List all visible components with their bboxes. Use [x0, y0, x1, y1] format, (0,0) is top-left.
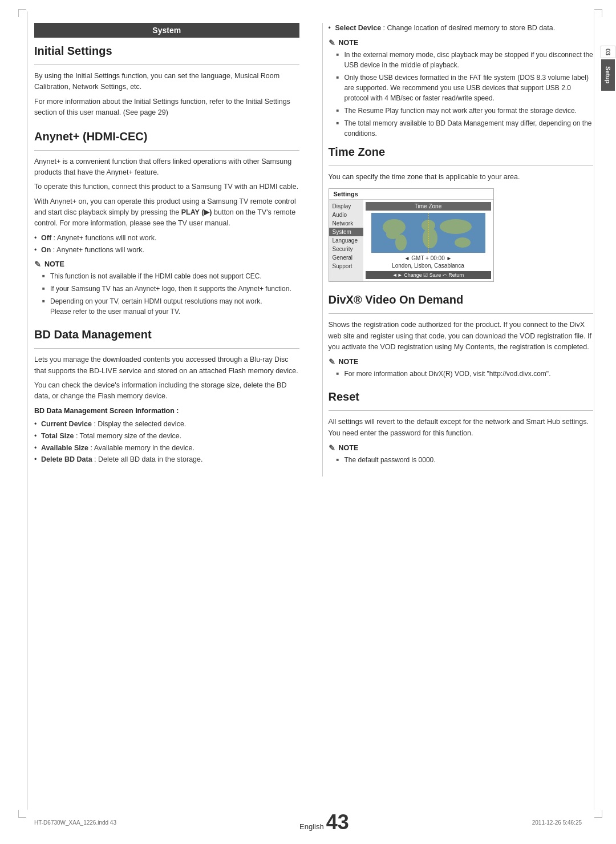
- initial-settings-divider: [34, 64, 299, 65]
- reset-note-label: NOTE: [339, 444, 359, 452]
- anynet-para1: Anynet+ is a convenient function that of…: [34, 156, 299, 179]
- anynet-note-list: This function is not available if the HD…: [34, 271, 299, 317]
- anynet-divider: [34, 150, 299, 151]
- timezone-settings-ui: Settings Display Audio Network System La…: [329, 188, 494, 282]
- side-tab: 03 Setup: [600, 46, 616, 91]
- page-number-area: English 43: [299, 812, 349, 833]
- page-footer: HT-D6730W_XAA_1226.indd 43 English 43 20…: [0, 812, 616, 833]
- bd-note-item-2: Only those USB devices formatted in the …: [337, 72, 594, 103]
- right-col: Select Device : Change location of desir…: [322, 23, 594, 476]
- anynet-note-label: NOTE: [44, 260, 64, 268]
- initial-settings-para1: By using the Initial Settings function, …: [34, 71, 299, 93]
- tz-menu-display: Display: [329, 202, 363, 211]
- page-container: 03 Setup System Initial Settings By usin…: [0, 0, 616, 844]
- bd-data-section: BD Data Management Lets you manage the d…: [34, 328, 299, 465]
- time-zone-title: Time Zone: [329, 146, 594, 161]
- tz-menu-audio: Audio: [329, 211, 363, 219]
- svg-point-7: [455, 237, 471, 248]
- anynet-section: Anynet+ (HDMI-CEC) Anynet+ is a convenie…: [34, 130, 299, 317]
- divx-note-label: NOTE: [339, 358, 359, 366]
- bd-note-item-1: In the external memory mode, disc playba…: [337, 50, 594, 70]
- footer-left: HT-D6730W_XAA_1226.indd 43: [34, 819, 116, 826]
- page-language: English: [299, 822, 324, 831]
- reset-note: ✎ NOTE The default password is 0000.: [329, 443, 594, 465]
- bd-data-para1: Lets you manage the downloaded contents …: [34, 354, 299, 377]
- divx-note-item-1: For more information about DivX(R) VOD, …: [337, 369, 594, 379]
- anynet-bullet-on: On : Anynet+ functions will work.: [34, 245, 299, 256]
- page-number: 43: [326, 812, 349, 833]
- select-device-bullet: Select Device : Change location of desir…: [329, 23, 594, 34]
- anynet-note-item-3: Depending on your TV, certain HDMI outpu…: [42, 296, 299, 317]
- anynet-bullet-off: Off : Anynet+ functions will not work.: [34, 233, 299, 244]
- initial-settings-title: Initial Settings: [34, 45, 299, 60]
- bd-note-label: NOTE: [339, 39, 359, 47]
- tz-body: Display Audio Network System Language Se…: [329, 200, 493, 281]
- bd-note-header: ✎ NOTE: [329, 38, 594, 47]
- margin-line-right: [594, 11, 594, 810]
- anynet-note-item-1: This function is not available if the HD…: [42, 271, 299, 281]
- divx-note-list: For more information about DivX(R) VOD, …: [329, 369, 594, 379]
- anynet-para2: To operate this function, connect this p…: [34, 181, 299, 192]
- divx-divider: [329, 313, 594, 314]
- bd-data-screen-label: BD Data Management Screen Information :: [34, 406, 299, 417]
- time-zone-para: You can specify the time zone that is ap…: [329, 172, 594, 183]
- bd-note: ✎ NOTE In the external memory mode, disc…: [329, 38, 594, 139]
- divx-section: DivX® Video On Demand Shows the registra…: [329, 293, 594, 379]
- tz-menu-system: System: [329, 228, 363, 236]
- divx-title: DivX® Video On Demand: [329, 293, 594, 309]
- bd-note-item-4: The total memory available to BD Data Ma…: [337, 118, 594, 139]
- corner-mark-tl: [18, 9, 26, 17]
- reset-divider: [329, 410, 594, 411]
- bd-note-item-3: The Resume Play function may not work af…: [337, 106, 594, 116]
- divx-para: Shows the registration code authorized f…: [329, 320, 594, 353]
- tz-title-bar: Time Zone: [366, 202, 491, 211]
- time-zone-section: Time Zone You can specify the time zone …: [329, 146, 594, 282]
- select-device-item: Select Device : Change location of desir…: [329, 23, 594, 34]
- bd-data-para2: You can check the device's information i…: [34, 380, 299, 402]
- tz-menu-language: Language: [329, 236, 363, 245]
- content-area: System Initial Settings By using the Ini…: [34, 23, 593, 476]
- anynet-note-header: ✎ NOTE: [34, 260, 299, 269]
- anynet-title: Anynet+ (HDMI-CEC): [34, 130, 299, 146]
- tz-gmt: ◄ GMT + 00:00 ►: [404, 255, 452, 261]
- initial-settings-para2: For more information about the Initial S…: [34, 96, 299, 119]
- side-tab-label: Setup: [601, 59, 615, 91]
- tz-city: London, Lisbon, Casablanca: [392, 263, 464, 269]
- tz-menu-network: Network: [329, 219, 363, 228]
- svg-point-5: [423, 228, 437, 248]
- time-zone-divider: [329, 165, 594, 166]
- note-icon-bd: ✎: [329, 38, 335, 47]
- reset-section: Reset All settings will revert to the de…: [329, 390, 594, 465]
- bd-data-bullets: Current Device : Display the selected de…: [34, 419, 299, 465]
- section-header-bar: System: [34, 23, 299, 38]
- reset-para: All settings will revert to the default …: [329, 417, 594, 439]
- bd-data-title: BD Data Management: [34, 328, 299, 344]
- note-icon-reset: ✎: [329, 443, 335, 453]
- tz-menu-security: Security: [329, 245, 363, 253]
- bd-bullet-current: Current Device : Display the selected de…: [34, 419, 299, 430]
- divx-note: ✎ NOTE For more information about DivX(R…: [329, 357, 594, 379]
- footer-right: 2011-12-26 5:46:25: [532, 819, 582, 826]
- reset-title: Reset: [329, 390, 594, 406]
- initial-settings-section: Initial Settings By using the Initial Se…: [34, 45, 299, 119]
- bd-data-divider: [34, 348, 299, 349]
- left-col: System Initial Settings By using the Ini…: [34, 23, 305, 476]
- tz-footer: ◄► Change ☑ Save ⤺ Return: [366, 271, 491, 279]
- anynet-bullets: Off : Anynet+ functions will not work. O…: [34, 233, 299, 256]
- tz-map: [371, 213, 485, 253]
- tz-menu-general: General: [329, 253, 363, 262]
- bd-bullet-total: Total Size : Total memory size of the de…: [34, 431, 299, 442]
- corner-mark-tr: [594, 9, 602, 17]
- tz-header: Settings: [329, 189, 493, 200]
- svg-point-3: [395, 235, 407, 251]
- note-icon-divx: ✎: [329, 357, 335, 366]
- margin-line-left: [27, 11, 28, 810]
- tz-menu-support: Support: [329, 262, 363, 270]
- world-map-svg: [371, 213, 485, 253]
- reset-note-list: The default password is 0000.: [329, 455, 594, 465]
- svg-point-6: [440, 219, 472, 234]
- reset-note-item-1: The default password is 0000.: [337, 455, 594, 465]
- anynet-note-item-2: If your Samsung TV has an Anynet+ logo, …: [42, 284, 299, 294]
- reset-note-header: ✎ NOTE: [329, 443, 594, 453]
- anynet-para3: With Anynet+ on, you can operate this pr…: [34, 196, 299, 229]
